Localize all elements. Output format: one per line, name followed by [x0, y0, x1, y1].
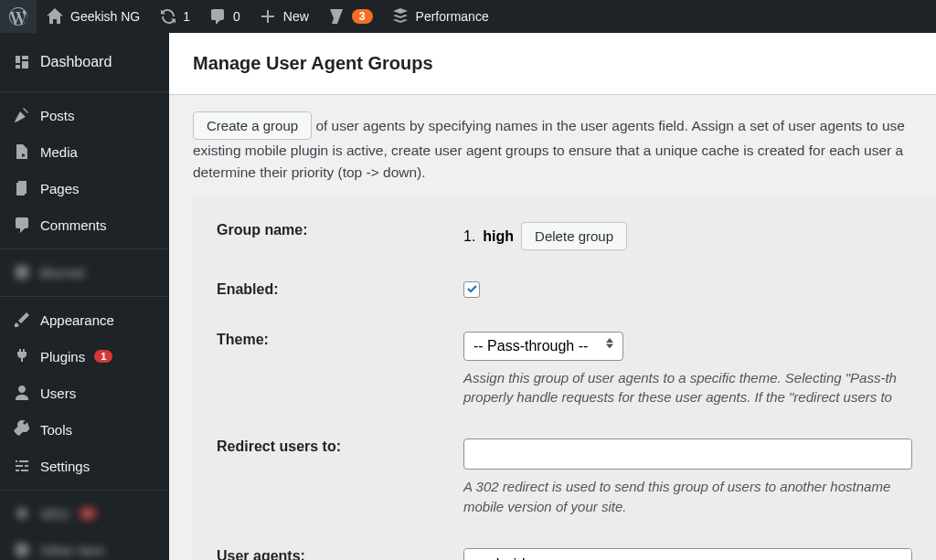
performance-label: Performance [416, 9, 489, 24]
refresh-icon [158, 7, 176, 26]
dashboard-label: Dashboard [40, 54, 112, 70]
media-icon [13, 143, 31, 161]
sidebar-item-plugins[interactable]: Plugins 1 [0, 338, 169, 375]
users-label: Users [40, 386, 76, 401]
sidebar-item-media[interactable]: Media [0, 133, 169, 170]
group-name-label: Group name: [217, 222, 463, 238]
page-title: Manage User Agent Groups [193, 53, 912, 74]
main-content: Manage User Agent Groups Create a group … [169, 33, 936, 560]
sidebar-item-blurred[interactable]: SEO 2 [0, 495, 169, 532]
new-label: New [283, 9, 309, 24]
plugins-badge: 1 [94, 350, 112, 363]
sidebar-item-appearance[interactable]: Appearance [0, 301, 169, 338]
dashboard-icon [13, 53, 31, 71]
blur-label: Blurred [40, 265, 84, 280]
comment-icon [208, 7, 227, 26]
comments-label: Comments [40, 217, 107, 233]
generic-icon [13, 263, 31, 281]
new-link[interactable]: New [250, 0, 318, 33]
sidebar-item-tools[interactable]: Tools [0, 411, 169, 448]
user-agents-textarea[interactable] [463, 548, 912, 560]
settings-label: Settings [40, 459, 90, 474]
media-label: Media [40, 144, 78, 160]
site-name: Geekish NG [70, 9, 140, 24]
wordpress-icon [9, 7, 27, 26]
row-user-agents: User agents: [217, 539, 912, 560]
sidebar-item-settings[interactable]: Settings [0, 448, 169, 484]
blur-label: SEO [40, 506, 69, 522]
group-form: Group name: 1. high Delete group Enabled… [193, 195, 936, 560]
blur-badge: 2 [79, 507, 97, 520]
stack-icon [391, 7, 410, 26]
row-group-name: Group name: 1. high Delete group [217, 213, 912, 272]
enabled-label: Enabled: [217, 281, 463, 298]
svg-rect-0 [16, 266, 28, 279]
admin-bar: Geekish NG 1 0 New 3 Performance [0, 0, 936, 33]
pin-icon [13, 106, 31, 124]
svg-point-1 [16, 508, 27, 519]
theme-label: Theme: [217, 332, 463, 348]
comments-icon [13, 216, 31, 234]
generic-icon [13, 504, 31, 523]
pages-label: Pages [40, 181, 80, 196]
group-name-value: high [483, 228, 514, 245]
user-icon [13, 384, 31, 402]
yoast-link[interactable]: 3 [318, 0, 382, 33]
wrench-icon [13, 420, 31, 438]
yoast-icon [327, 7, 346, 26]
tools-label: Tools [40, 422, 72, 438]
svg-rect-2 [16, 544, 28, 556]
sidebar-item-users[interactable]: Users [0, 375, 169, 411]
description-block: Create a group of user agents by specify… [169, 95, 936, 195]
redirect-input[interactable] [463, 438, 912, 470]
sidebar-item-posts[interactable]: Posts [0, 97, 169, 133]
enabled-checkbox[interactable] [463, 281, 480, 298]
check-icon [465, 283, 479, 297]
theme-select[interactable]: -- Pass-through -- [463, 332, 623, 361]
pages-icon [13, 179, 31, 197]
redirect-label: Redirect users to: [217, 438, 463, 455]
group-number: 1. [463, 228, 475, 245]
updates-count: 1 [183, 9, 190, 24]
comments-count: 0 [233, 9, 240, 24]
sidebar-item-comments[interactable]: Comments [0, 206, 169, 243]
performance-link[interactable]: Performance [382, 0, 498, 33]
row-theme: Theme: -- Pass-through -- Assign this gr… [217, 322, 912, 430]
yoast-badge: 3 [352, 9, 373, 24]
row-enabled: Enabled: [217, 272, 912, 322]
posts-label: Posts [40, 108, 75, 123]
plugins-label: Plugins [40, 349, 85, 365]
comments-link[interactable]: 0 [199, 0, 250, 33]
sidebar-item-pages[interactable]: Pages [0, 170, 169, 206]
home-icon [46, 7, 64, 26]
user-agents-label: User agents: [217, 548, 463, 560]
appearance-label: Appearance [40, 312, 114, 328]
sidebar-item-dashboard[interactable]: Dashboard [0, 42, 169, 86]
sidebar-item-blurred[interactable]: Other Item [0, 532, 169, 560]
blur-label: Other Item [40, 543, 105, 558]
plug-icon [13, 347, 31, 365]
sliders-icon [13, 457, 31, 475]
wp-logo[interactable] [0, 0, 37, 33]
plus-icon [259, 7, 277, 26]
site-name-link[interactable]: Geekish NG [37, 0, 149, 33]
theme-selected-value: -- Pass-through -- [473, 338, 588, 354]
delete-group-button[interactable]: Delete group [521, 222, 627, 250]
row-redirect: Redirect users to: A 302 redirect is use… [217, 429, 912, 539]
panel-header: Manage User Agent Groups [169, 33, 936, 95]
sidebar-item-blurred[interactable]: Blurred [0, 254, 169, 291]
redirect-help-text: A 302 redirect is used to send this grou… [463, 477, 912, 517]
create-group-button[interactable]: Create a group [193, 111, 312, 140]
theme-help-text: Assign this group of user agents to a sp… [463, 368, 912, 408]
admin-sidebar: Dashboard Posts Media Pages Comments Blu… [0, 33, 169, 560]
updates-link[interactable]: 1 [149, 0, 199, 33]
brush-icon [13, 311, 31, 329]
generic-icon [13, 541, 31, 559]
